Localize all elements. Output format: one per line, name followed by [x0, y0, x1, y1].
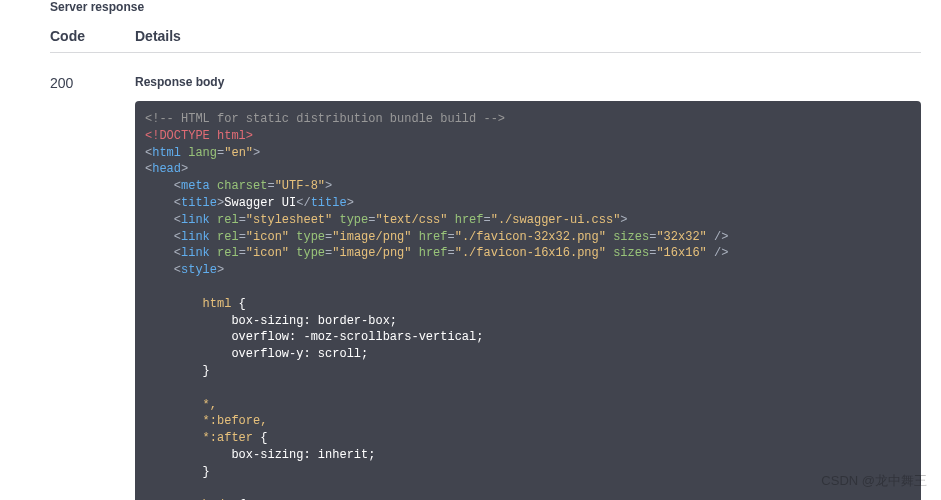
- response-row: 200 Response body <!-- HTML for static d…: [50, 67, 921, 500]
- server-response-section: Server response Code Details 200 Respons…: [0, 0, 941, 500]
- header-details: Details: [135, 28, 181, 44]
- response-body-title: Response body: [135, 75, 921, 89]
- section-title: Server response: [50, 0, 921, 14]
- response-details: Response body <!-- HTML for static distr…: [135, 67, 921, 500]
- response-body-code[interactable]: <!-- HTML for static distribution bundle…: [135, 101, 921, 500]
- header-code: Code: [50, 28, 135, 44]
- response-headers: Code Details: [50, 28, 921, 53]
- status-code: 200: [50, 67, 135, 91]
